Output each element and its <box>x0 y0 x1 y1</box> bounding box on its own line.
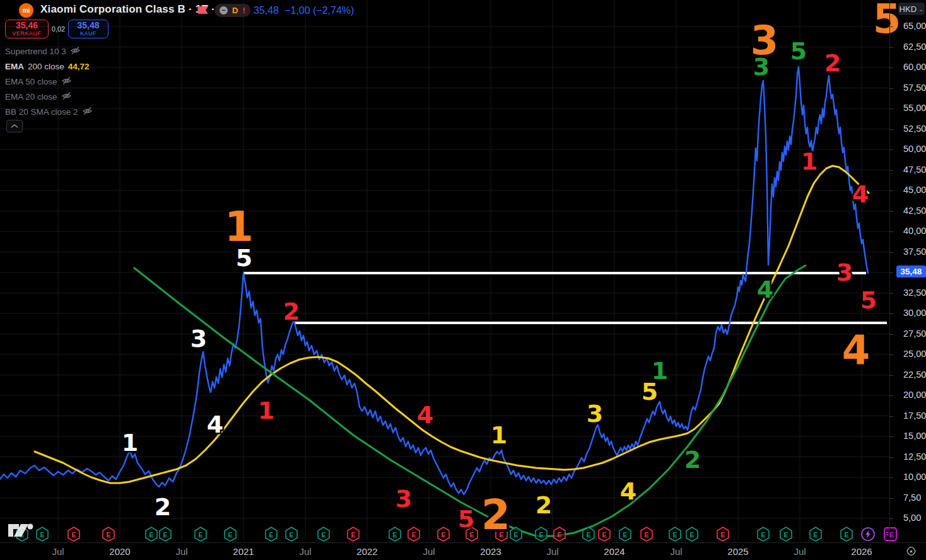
svg-text:E: E <box>163 531 167 539</box>
wave-label-red-5: 5 <box>860 286 877 314</box>
earnings-icon[interactable]: E <box>103 527 114 541</box>
price-tick-mark <box>889 108 893 109</box>
gear-icon[interactable] <box>906 546 917 559</box>
price-tick-mark <box>889 457 893 458</box>
earnings-icon[interactable]: E <box>348 527 359 541</box>
svg-text:E: E <box>557 531 561 539</box>
wave-label-green-4: 4 <box>757 276 773 303</box>
earnings-icon[interactable]: E <box>686 527 698 541</box>
indicator-label-bold: EMA <box>5 62 24 71</box>
time-label: 2023 <box>480 546 501 557</box>
collapse-legend-button[interactable] <box>6 120 23 132</box>
svg-text:E: E <box>644 531 648 539</box>
price-tick-label: 10,00 <box>903 472 926 483</box>
earnings-icon[interactable]: E <box>510 527 522 541</box>
wave-label-red-4: 4 <box>852 180 869 208</box>
wave-label-red-5: 5 <box>458 505 474 533</box>
price-tick-mark <box>889 313 893 314</box>
sell-button[interactable]: 35,46 VERKAUF <box>5 20 49 38</box>
indicator-row-bb[interactable]: BB 20 SMA close 2 <box>5 105 93 119</box>
price-tick-mark <box>889 354 893 355</box>
earnings-icon[interactable]: E <box>68 527 79 541</box>
earnings-icon[interactable]: E <box>146 527 157 541</box>
currency-selector[interactable]: HKD ⌄ <box>898 3 925 15</box>
price-tick-label: 5,00 <box>903 513 921 524</box>
earnings-icon[interactable]: E <box>195 527 206 541</box>
earnings-icon[interactable]: E <box>583 527 594 541</box>
indicator-label: EMA 50 close <box>5 77 57 86</box>
svg-text:E: E <box>269 531 273 539</box>
indicator-params: 200 close <box>28 62 64 71</box>
svg-text:E: E <box>106 531 110 539</box>
price-tick-mark <box>889 129 893 130</box>
earnings-icon[interactable]: E <box>641 527 652 541</box>
price-tick-label: 55,00 <box>903 103 926 114</box>
wave-label-orange-2: 2 <box>481 491 510 539</box>
price-tick-label: 17,50 <box>903 411 926 422</box>
svg-text:E: E <box>441 531 445 539</box>
wave-label-red-2: 2 <box>283 298 300 325</box>
time-label: Jul <box>670 546 682 557</box>
earnings-icon[interactable]: E <box>554 527 565 541</box>
earnings-icon[interactable]: E <box>37 527 48 541</box>
price-tick-label: 30,00 <box>903 308 926 319</box>
earnings-icon[interactable]: E <box>780 527 792 541</box>
earnings-icon[interactable]: E <box>266 527 277 541</box>
eye-off-icon[interactable] <box>61 91 72 102</box>
buy-button[interactable]: 35,48 KAUF <box>68 20 108 38</box>
earnings-icon[interactable]: E <box>408 527 419 541</box>
indicator-row-ema200[interactable]: EMA 200 close 44,72 <box>5 59 90 73</box>
wave-label-yellow-3: 3 <box>587 400 603 428</box>
eye-off-icon[interactable] <box>70 46 81 57</box>
svg-text:E: E <box>586 531 590 539</box>
time-label: 2022 <box>356 546 377 557</box>
price-tick-label: 57,50 <box>903 83 926 94</box>
indicator-label: Supertrend 10 3 <box>5 47 66 56</box>
svg-text:E: E <box>813 531 818 539</box>
price-tick-label: 50,00 <box>903 144 926 155</box>
flag-icon[interactable] <box>197 6 209 18</box>
price-tick-mark <box>889 88 893 89</box>
earnings-icon[interactable]: E <box>758 527 769 541</box>
wave-label-white-3: 3 <box>190 325 207 353</box>
earnings-icon[interactable]: E <box>318 527 329 541</box>
indicator-row-supertrend[interactable]: Supertrend 10 3 <box>5 44 81 58</box>
time-label: Jul <box>52 546 64 557</box>
earnings-icon[interactable]: E <box>669 527 681 541</box>
symbol-logo[interactable]: mi <box>19 3 33 18</box>
time-label: 2025 <box>727 546 748 557</box>
time-axis[interactable]: Jul2020Jul2021Jul2022Jul2023Jul2024Jul20… <box>0 542 926 560</box>
eye-off-icon[interactable] <box>61 76 72 87</box>
price-tick-mark <box>889 416 893 417</box>
svg-text:E: E <box>844 531 848 539</box>
earnings-icon[interactable]: E <box>160 527 171 541</box>
earnings-icon[interactable]: E <box>225 527 236 541</box>
earnings-icon[interactable]: E <box>536 527 547 541</box>
price-tick-mark <box>889 272 893 273</box>
svg-text:E: E <box>602 531 606 539</box>
earnings-icon[interactable]: E <box>717 527 729 541</box>
earnings-icon[interactable]: E <box>599 527 610 541</box>
earnings-icon[interactable]: E <box>619 527 631 541</box>
time-label: Jul <box>794 546 806 557</box>
series-trendline <box>134 265 806 536</box>
price-tick-label: 20,00 <box>903 390 926 401</box>
tradingview-logo-watermark <box>6 521 37 542</box>
indicator-row-ema20[interactable]: EMA 20 close <box>5 90 72 103</box>
earnings-icon[interactable]: E <box>841 527 852 541</box>
flash-event-icon[interactable] <box>862 528 874 540</box>
interval-d-badge: D <box>232 6 238 15</box>
svg-text:E: E <box>228 531 232 539</box>
earnings-icon[interactable]: E <box>389 527 401 541</box>
eye-off-icon[interactable] <box>82 107 93 117</box>
earnings-icon[interactable]: E <box>438 527 449 541</box>
indicator-row-ema50[interactable]: EMA 50 close <box>5 74 72 88</box>
svg-text:E: E <box>392 531 397 539</box>
price-axis[interactable]: HKD ⌄ 65,0062,5060,0057,5055,0052,5050,0… <box>889 0 926 542</box>
wave-label-green-1: 1 <box>652 357 668 385</box>
price-tick-mark <box>889 334 893 335</box>
price-tick-label: 60,00 <box>903 62 926 73</box>
earnings-icon[interactable]: E <box>810 527 821 541</box>
indicator-value: 44,72 <box>68 62 90 71</box>
earnings-icon[interactable]: E <box>286 527 297 541</box>
